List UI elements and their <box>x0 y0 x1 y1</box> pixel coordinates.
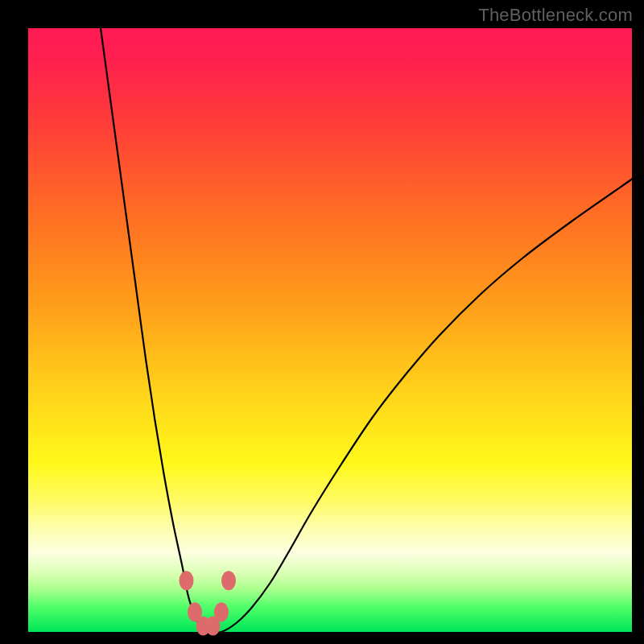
curve-marker <box>221 571 236 590</box>
plot-area <box>28 28 632 632</box>
curve-marker <box>206 617 221 636</box>
curve-markers <box>180 571 237 635</box>
chart-frame: TheBottleneck.com <box>0 0 644 644</box>
curve-layer <box>28 28 632 632</box>
bottleneck-curve <box>101 28 632 633</box>
watermark-text: TheBottleneck.com <box>478 5 633 26</box>
curve-marker <box>180 571 194 590</box>
